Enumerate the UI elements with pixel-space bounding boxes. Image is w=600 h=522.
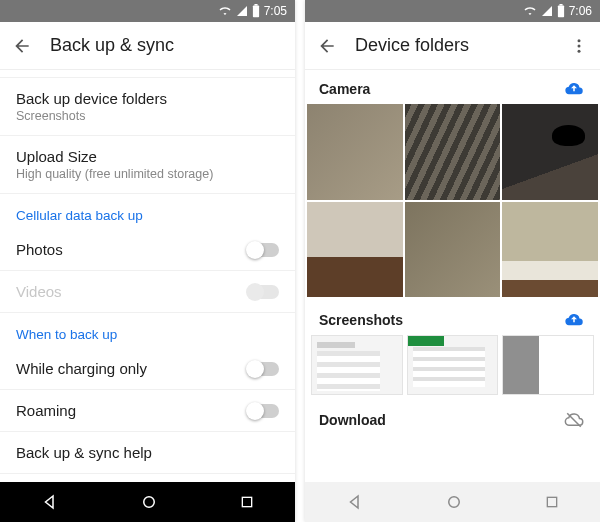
svg-rect-1 bbox=[254, 4, 257, 6]
row-subtitle: Screenshots bbox=[16, 109, 279, 123]
nav-recent-icon[interactable] bbox=[544, 494, 560, 510]
svg-rect-11 bbox=[547, 497, 556, 506]
folder-header-camera[interactable]: Camera bbox=[305, 70, 600, 104]
status-time: 7:05 bbox=[264, 4, 287, 18]
photo-thumb[interactable] bbox=[502, 202, 598, 298]
svg-rect-5 bbox=[559, 4, 562, 6]
nav-home-icon[interactable] bbox=[140, 493, 158, 511]
cloud-upload-on-icon[interactable] bbox=[562, 311, 586, 329]
row-title: Videos bbox=[16, 283, 62, 300]
photo-thumb[interactable] bbox=[405, 104, 501, 200]
toggle-switch bbox=[247, 285, 279, 299]
folders-scroll[interactable]: Camera Screenshots Download bbox=[305, 70, 600, 482]
nav-back-icon[interactable] bbox=[346, 493, 364, 511]
svg-point-2 bbox=[143, 497, 154, 508]
nav-bar bbox=[0, 482, 295, 522]
photo-thumb[interactable] bbox=[307, 104, 403, 200]
row-help[interactable]: Back up & sync help bbox=[0, 432, 295, 474]
svg-point-8 bbox=[578, 49, 581, 52]
photo-thumb[interactable] bbox=[307, 202, 403, 298]
svg-rect-4 bbox=[558, 6, 564, 18]
phone-right-device-folders: 7:06 Device folders Camera Screenshots bbox=[305, 0, 600, 522]
folder-name: Camera bbox=[319, 81, 370, 97]
folder-header-screenshots[interactable]: Screenshots bbox=[305, 301, 600, 335]
row-while-charging[interactable]: While charging only bbox=[0, 348, 295, 390]
svg-rect-3 bbox=[242, 497, 251, 506]
section-label: When to back up bbox=[16, 327, 279, 342]
wifi-icon bbox=[523, 5, 537, 17]
row-upload-size[interactable]: Upload Size High quality (free unlimited… bbox=[0, 136, 295, 194]
app-bar: Device folders bbox=[305, 22, 600, 70]
status-bar: 7:05 bbox=[0, 0, 295, 22]
section-when: When to back up bbox=[0, 313, 295, 348]
photo-thumb[interactable] bbox=[502, 104, 598, 200]
phone-left-backup-sync: 7:05 Back up & sync Back up device folde… bbox=[0, 0, 295, 522]
screenshot-thumb[interactable] bbox=[502, 335, 594, 395]
row-title: Back up device folders bbox=[16, 90, 279, 107]
nav-back-icon[interactable] bbox=[41, 493, 59, 511]
signal-icon bbox=[541, 5, 553, 17]
camera-grid bbox=[305, 104, 600, 301]
row-backup-device-folders[interactable]: Back up device folders Screenshots bbox=[0, 78, 295, 136]
battery-icon bbox=[557, 4, 565, 18]
svg-point-7 bbox=[578, 44, 581, 47]
wifi-icon bbox=[218, 5, 232, 17]
screenshot-thumb[interactable] bbox=[311, 335, 403, 395]
row-videos: Videos bbox=[0, 271, 295, 313]
nav-home-icon[interactable] bbox=[445, 493, 463, 511]
folder-name: Download bbox=[319, 412, 386, 428]
settings-list: Back up device folders Screenshots Uploa… bbox=[0, 70, 295, 482]
photo-thumb[interactable] bbox=[405, 202, 501, 298]
app-bar: Back up & sync bbox=[0, 22, 295, 70]
svg-rect-0 bbox=[253, 6, 259, 18]
svg-point-6 bbox=[578, 39, 581, 42]
signal-icon bbox=[236, 5, 248, 17]
section-label: Cellular data back up bbox=[16, 208, 279, 223]
toggle-switch[interactable] bbox=[247, 243, 279, 257]
folder-name: Screenshots bbox=[319, 312, 403, 328]
toggle-switch[interactable] bbox=[247, 404, 279, 418]
row-photos[interactable]: Photos bbox=[0, 229, 295, 271]
battery-icon bbox=[252, 4, 260, 18]
page-title: Device folders bbox=[355, 35, 552, 56]
screenshots-row bbox=[305, 335, 600, 401]
screenshot-thumb[interactable] bbox=[407, 335, 499, 395]
back-icon[interactable] bbox=[12, 36, 32, 56]
row-title: Upload Size bbox=[16, 148, 279, 165]
cloud-off-icon[interactable] bbox=[562, 411, 586, 429]
row-title: Back up & sync help bbox=[16, 444, 279, 461]
row-roaming[interactable]: Roaming bbox=[0, 390, 295, 432]
back-icon[interactable] bbox=[317, 36, 337, 56]
svg-point-10 bbox=[448, 497, 459, 508]
row-title: While charging only bbox=[16, 360, 147, 377]
nav-bar bbox=[305, 482, 600, 522]
folder-header-download[interactable]: Download bbox=[305, 401, 600, 435]
more-icon[interactable] bbox=[570, 37, 588, 55]
row-subtitle: High quality (free unlimited storage) bbox=[16, 167, 279, 181]
toggle-switch[interactable] bbox=[247, 362, 279, 376]
page-title: Back up & sync bbox=[50, 35, 283, 56]
row-title: Roaming bbox=[16, 402, 76, 419]
section-cellular: Cellular data back up bbox=[0, 194, 295, 229]
status-bar: 7:06 bbox=[305, 0, 600, 22]
status-time: 7:06 bbox=[569, 4, 592, 18]
row-title: Photos bbox=[16, 241, 63, 258]
cloud-upload-on-icon[interactable] bbox=[562, 80, 586, 98]
nav-recent-icon[interactable] bbox=[239, 494, 255, 510]
